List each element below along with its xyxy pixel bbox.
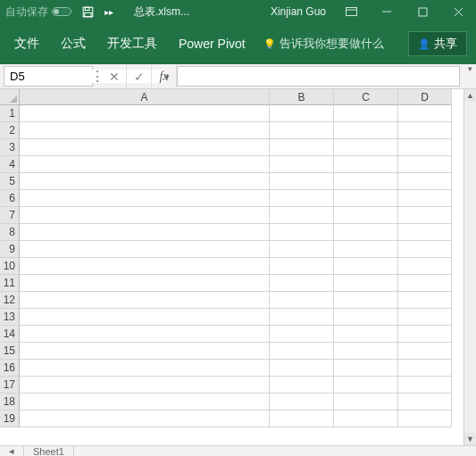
cell[interactable] (20, 139, 270, 156)
cell[interactable] (334, 190, 398, 207)
row-header[interactable]: 7 (0, 207, 20, 224)
cell[interactable] (270, 156, 334, 173)
name-box[interactable]: ▾ (4, 66, 93, 87)
column-header[interactable]: A (20, 89, 270, 105)
tab-file[interactable]: 文件 (4, 23, 50, 64)
cell[interactable] (398, 241, 452, 258)
cell[interactable] (270, 394, 334, 410)
cell[interactable] (398, 105, 452, 122)
cell[interactable] (398, 292, 452, 309)
tab-power-pivot[interactable]: Power Pivot (168, 23, 256, 64)
row-header[interactable]: 13 (0, 309, 20, 326)
close-button[interactable] (440, 0, 476, 23)
cell[interactable] (334, 292, 398, 309)
column-header[interactable]: D (398, 89, 452, 105)
cell[interactable] (270, 224, 334, 241)
cell[interactable] (334, 394, 398, 410)
user-name[interactable]: Xinjian Guo (263, 5, 333, 18)
row-header[interactable]: 18 (0, 394, 20, 410)
cell[interactable] (334, 139, 398, 156)
scroll-down-icon[interactable]: ▼ (464, 433, 476, 445)
minimize-button[interactable] (369, 0, 405, 23)
cell[interactable] (334, 410, 398, 427)
tell-me-search[interactable]: 💡 告诉我你想要做什么 (263, 36, 384, 52)
cell[interactable] (20, 258, 270, 275)
sheet-nav-prev[interactable]: ◂ (0, 446, 24, 456)
cell[interactable] (20, 156, 270, 173)
cell[interactable] (270, 139, 334, 156)
cell[interactable] (334, 326, 398, 343)
cell[interactable] (20, 309, 270, 326)
cell[interactable] (20, 190, 270, 207)
cell[interactable] (270, 377, 334, 394)
cell[interactable] (20, 173, 270, 190)
cell[interactable] (270, 173, 334, 190)
cell[interactable] (20, 224, 270, 241)
cell[interactable] (270, 105, 334, 122)
cell[interactable] (20, 410, 270, 427)
tab-formulas[interactable]: 公式 (50, 23, 96, 64)
row-header[interactable]: 4 (0, 156, 20, 173)
row-header[interactable]: 5 (0, 173, 20, 190)
cell[interactable] (20, 377, 270, 394)
cell[interactable] (334, 241, 398, 258)
vertical-scrollbar[interactable]: ▲ ▼ (463, 89, 476, 445)
select-all-corner[interactable] (0, 89, 20, 105)
row-header[interactable]: 11 (0, 275, 20, 292)
row-header[interactable]: 12 (0, 292, 20, 309)
cell[interactable] (398, 207, 452, 224)
cell[interactable] (334, 156, 398, 173)
row-header[interactable]: 16 (0, 360, 20, 377)
cell[interactable] (270, 292, 334, 309)
cell[interactable] (270, 360, 334, 377)
maximize-button[interactable] (405, 0, 440, 23)
cell[interactable] (20, 394, 270, 410)
cell[interactable] (270, 410, 334, 427)
cell[interactable] (270, 207, 334, 224)
column-header[interactable]: C (334, 89, 398, 105)
sheet-tab-active[interactable]: Sheet1 (24, 446, 74, 456)
cell[interactable] (334, 122, 398, 139)
cell[interactable] (398, 258, 452, 275)
cell[interactable] (334, 343, 398, 360)
cell[interactable] (398, 360, 452, 377)
cell[interactable] (20, 292, 270, 309)
formula-input[interactable] (178, 70, 459, 83)
row-header[interactable]: 2 (0, 122, 20, 139)
cell[interactable] (20, 275, 270, 292)
cell[interactable] (398, 410, 452, 427)
cell[interactable] (334, 275, 398, 292)
cell[interactable] (270, 343, 334, 360)
row-header[interactable]: 17 (0, 377, 20, 394)
cell[interactable] (398, 275, 452, 292)
cell[interactable] (270, 326, 334, 343)
cells-area[interactable] (20, 105, 463, 445)
cell[interactable] (334, 224, 398, 241)
cell[interactable] (398, 139, 452, 156)
cell[interactable] (20, 326, 270, 343)
cell[interactable] (270, 241, 334, 258)
row-header[interactable]: 6 (0, 190, 20, 207)
cell[interactable] (270, 122, 334, 139)
save-icon[interactable] (77, 6, 98, 18)
cell[interactable] (398, 377, 452, 394)
scroll-up-icon[interactable]: ▲ (464, 89, 476, 102)
cell[interactable] (398, 394, 452, 410)
cell[interactable] (20, 241, 270, 258)
cell[interactable] (398, 122, 452, 139)
ribbon-display-icon[interactable] (333, 0, 369, 23)
cell[interactable] (398, 343, 452, 360)
row-header[interactable]: 19 (0, 410, 20, 427)
cell[interactable] (398, 173, 452, 190)
scroll-track[interactable] (464, 102, 476, 433)
cell[interactable] (270, 309, 334, 326)
cell[interactable] (398, 190, 452, 207)
row-header[interactable]: 14 (0, 326, 20, 343)
row-header[interactable]: 9 (0, 241, 20, 258)
cell[interactable] (20, 105, 270, 122)
row-header[interactable]: 8 (0, 224, 20, 241)
enter-formula-icon[interactable]: ✓ (127, 64, 152, 88)
cell[interactable] (334, 207, 398, 224)
row-header[interactable]: 15 (0, 343, 20, 360)
cell[interactable] (334, 309, 398, 326)
